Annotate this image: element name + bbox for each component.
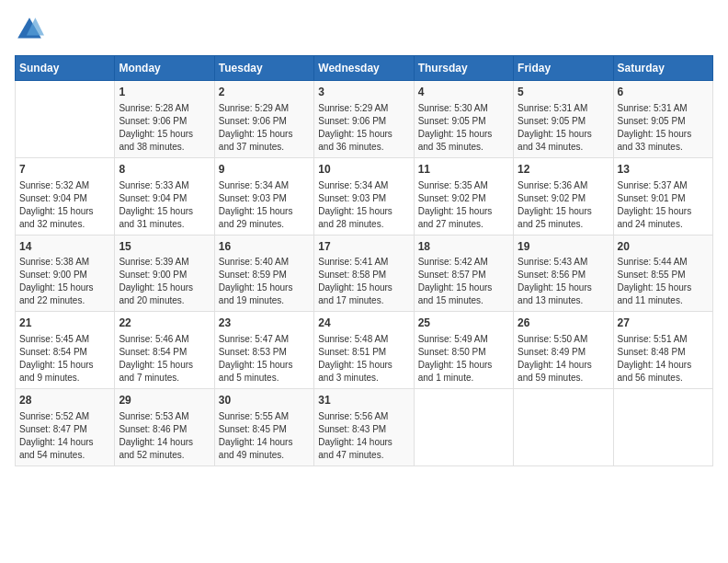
day-info: Sunrise: 5:42 AM Sunset: 8:57 PM Dayligh… bbox=[418, 256, 509, 307]
day-info: Sunrise: 5:55 AM Sunset: 8:45 PM Dayligh… bbox=[219, 410, 310, 462]
day-info: Sunrise: 5:31 AM Sunset: 9:05 PM Dayligh… bbox=[518, 102, 609, 154]
day-number: 21 bbox=[19, 316, 110, 331]
logo-icon bbox=[15, 15, 44, 44]
day-number: 17 bbox=[318, 239, 409, 255]
day-cell: 26Sunrise: 5:50 AM Sunset: 8:49 PM Dayli… bbox=[514, 312, 613, 389]
day-info: Sunrise: 5:38 AM Sunset: 9:00 PM Dayligh… bbox=[19, 256, 110, 307]
day-info: Sunrise: 5:51 AM Sunset: 8:48 PM Dayligh… bbox=[618, 333, 709, 385]
day-cell: 28Sunrise: 5:52 AM Sunset: 8:47 PM Dayli… bbox=[16, 389, 115, 466]
day-cell: 9Sunrise: 5:34 AM Sunset: 9:03 PM Daylig… bbox=[214, 157, 313, 235]
day-info: Sunrise: 5:40 AM Sunset: 8:59 PM Dayligh… bbox=[219, 256, 310, 307]
day-cell: 11Sunrise: 5:35 AM Sunset: 9:02 PM Dayli… bbox=[414, 157, 513, 235]
day-number: 1 bbox=[119, 85, 210, 100]
day-number: 29 bbox=[119, 393, 210, 408]
header-sunday: Sunday bbox=[16, 56, 115, 81]
day-info: Sunrise: 5:48 AM Sunset: 8:51 PM Dayligh… bbox=[318, 333, 409, 385]
day-number: 14 bbox=[19, 239, 110, 255]
day-info: Sunrise: 5:53 AM Sunset: 8:46 PM Dayligh… bbox=[119, 410, 210, 462]
day-info: Sunrise: 5:31 AM Sunset: 9:05 PM Dayligh… bbox=[618, 102, 709, 154]
day-cell bbox=[414, 389, 513, 466]
day-cell: 16Sunrise: 5:40 AM Sunset: 8:59 PM Dayli… bbox=[214, 235, 313, 312]
day-cell: 10Sunrise: 5:34 AM Sunset: 9:03 PM Dayli… bbox=[314, 157, 414, 235]
day-info: Sunrise: 5:29 AM Sunset: 9:06 PM Dayligh… bbox=[318, 102, 409, 154]
day-cell: 30Sunrise: 5:55 AM Sunset: 8:45 PM Dayli… bbox=[214, 389, 313, 466]
day-cell: 7Sunrise: 5:32 AM Sunset: 9:04 PM Daylig… bbox=[16, 157, 115, 235]
week-row-3: 14Sunrise: 5:38 AM Sunset: 9:00 PM Dayli… bbox=[16, 235, 713, 312]
day-number: 15 bbox=[119, 239, 210, 255]
header-wednesday: Wednesday bbox=[314, 56, 414, 81]
day-number: 31 bbox=[318, 393, 409, 408]
day-cell: 21Sunrise: 5:45 AM Sunset: 8:54 PM Dayli… bbox=[16, 312, 115, 389]
week-row-2: 7Sunrise: 5:32 AM Sunset: 9:04 PM Daylig… bbox=[16, 157, 713, 235]
day-number: 16 bbox=[219, 239, 310, 255]
day-cell: 27Sunrise: 5:51 AM Sunset: 8:48 PM Dayli… bbox=[613, 312, 712, 389]
day-cell: 22Sunrise: 5:46 AM Sunset: 8:54 PM Dayli… bbox=[115, 312, 214, 389]
day-info: Sunrise: 5:46 AM Sunset: 8:54 PM Dayligh… bbox=[119, 333, 210, 385]
header-row: SundayMondayTuesdayWednesdayThursdayFrid… bbox=[16, 56, 713, 81]
day-info: Sunrise: 5:41 AM Sunset: 8:58 PM Dayligh… bbox=[318, 256, 409, 307]
day-info: Sunrise: 5:37 AM Sunset: 9:01 PM Dayligh… bbox=[618, 179, 709, 231]
day-cell: 29Sunrise: 5:53 AM Sunset: 8:46 PM Dayli… bbox=[115, 389, 214, 466]
day-cell: 31Sunrise: 5:56 AM Sunset: 8:43 PM Dayli… bbox=[314, 389, 414, 466]
day-cell: 4Sunrise: 5:30 AM Sunset: 9:05 PM Daylig… bbox=[414, 81, 513, 158]
day-info: Sunrise: 5:32 AM Sunset: 9:04 PM Dayligh… bbox=[19, 179, 110, 231]
day-number: 26 bbox=[518, 316, 609, 331]
day-info: Sunrise: 5:50 AM Sunset: 8:49 PM Dayligh… bbox=[518, 333, 609, 385]
day-info: Sunrise: 5:43 AM Sunset: 8:56 PM Dayligh… bbox=[518, 256, 609, 307]
day-info: Sunrise: 5:34 AM Sunset: 9:03 PM Dayligh… bbox=[219, 179, 310, 231]
day-cell: 15Sunrise: 5:39 AM Sunset: 9:00 PM Dayli… bbox=[115, 235, 214, 312]
day-number: 25 bbox=[418, 316, 509, 331]
day-number: 13 bbox=[618, 162, 709, 178]
day-info: Sunrise: 5:45 AM Sunset: 8:54 PM Dayligh… bbox=[19, 333, 110, 385]
day-number: 27 bbox=[618, 316, 709, 331]
day-number: 24 bbox=[318, 316, 409, 331]
day-cell bbox=[16, 81, 115, 158]
day-info: Sunrise: 5:56 AM Sunset: 8:43 PM Dayligh… bbox=[318, 410, 409, 462]
day-cell: 5Sunrise: 5:31 AM Sunset: 9:05 PM Daylig… bbox=[514, 81, 613, 158]
week-row-5: 28Sunrise: 5:52 AM Sunset: 8:47 PM Dayli… bbox=[16, 389, 713, 466]
day-number: 20 bbox=[618, 239, 709, 255]
day-number: 18 bbox=[418, 239, 509, 255]
day-cell bbox=[514, 389, 613, 466]
day-info: Sunrise: 5:35 AM Sunset: 9:02 PM Dayligh… bbox=[418, 179, 509, 231]
day-number: 5 bbox=[518, 85, 609, 100]
week-row-4: 21Sunrise: 5:45 AM Sunset: 8:54 PM Dayli… bbox=[16, 312, 713, 389]
day-info: Sunrise: 5:36 AM Sunset: 9:02 PM Dayligh… bbox=[518, 179, 609, 231]
logo bbox=[15, 15, 48, 44]
day-number: 8 bbox=[119, 162, 210, 178]
day-number: 23 bbox=[219, 316, 310, 331]
day-number: 12 bbox=[518, 162, 609, 178]
day-info: Sunrise: 5:28 AM Sunset: 9:06 PM Dayligh… bbox=[119, 102, 210, 154]
day-number: 9 bbox=[219, 162, 310, 178]
day-number: 3 bbox=[318, 85, 409, 100]
day-cell: 14Sunrise: 5:38 AM Sunset: 9:00 PM Dayli… bbox=[16, 235, 115, 312]
day-info: Sunrise: 5:30 AM Sunset: 9:05 PM Dayligh… bbox=[418, 102, 509, 154]
day-cell: 23Sunrise: 5:47 AM Sunset: 8:53 PM Dayli… bbox=[214, 312, 313, 389]
day-cell: 20Sunrise: 5:44 AM Sunset: 8:55 PM Dayli… bbox=[613, 235, 712, 312]
day-info: Sunrise: 5:39 AM Sunset: 9:00 PM Dayligh… bbox=[119, 256, 210, 307]
day-number: 7 bbox=[19, 162, 110, 178]
day-number: 19 bbox=[518, 239, 609, 255]
header-saturday: Saturday bbox=[613, 56, 712, 81]
day-cell: 2Sunrise: 5:29 AM Sunset: 9:06 PM Daylig… bbox=[214, 81, 313, 158]
day-cell: 24Sunrise: 5:48 AM Sunset: 8:51 PM Dayli… bbox=[314, 312, 414, 389]
day-number: 28 bbox=[19, 393, 110, 408]
day-number: 30 bbox=[219, 393, 310, 408]
day-cell: 13Sunrise: 5:37 AM Sunset: 9:01 PM Dayli… bbox=[613, 157, 712, 235]
day-cell: 17Sunrise: 5:41 AM Sunset: 8:58 PM Dayli… bbox=[314, 235, 414, 312]
page-header bbox=[15, 15, 713, 44]
header-thursday: Thursday bbox=[414, 56, 513, 81]
header-tuesday: Tuesday bbox=[214, 56, 313, 81]
day-number: 4 bbox=[418, 85, 509, 100]
day-cell: 6Sunrise: 5:31 AM Sunset: 9:05 PM Daylig… bbox=[613, 81, 712, 158]
day-number: 10 bbox=[318, 162, 409, 178]
day-number: 22 bbox=[119, 316, 210, 331]
calendar-table: SundayMondayTuesdayWednesdayThursdayFrid… bbox=[15, 55, 713, 466]
header-friday: Friday bbox=[514, 56, 613, 81]
day-cell: 8Sunrise: 5:33 AM Sunset: 9:04 PM Daylig… bbox=[115, 157, 214, 235]
day-number: 2 bbox=[219, 85, 310, 100]
day-info: Sunrise: 5:29 AM Sunset: 9:06 PM Dayligh… bbox=[219, 102, 310, 154]
day-info: Sunrise: 5:52 AM Sunset: 8:47 PM Dayligh… bbox=[19, 410, 110, 462]
day-cell: 19Sunrise: 5:43 AM Sunset: 8:56 PM Dayli… bbox=[514, 235, 613, 312]
day-info: Sunrise: 5:33 AM Sunset: 9:04 PM Dayligh… bbox=[119, 179, 210, 231]
